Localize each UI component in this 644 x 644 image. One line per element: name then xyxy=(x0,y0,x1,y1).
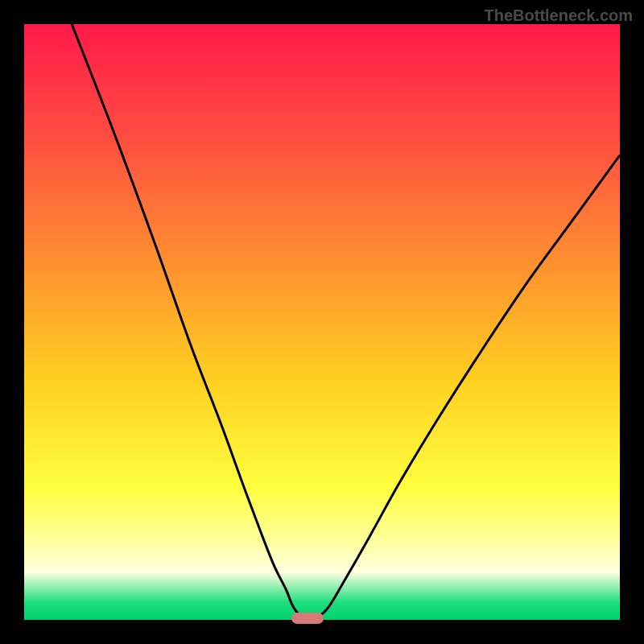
plot-area xyxy=(24,24,620,620)
watermark-label: TheBottleneck.com xyxy=(485,6,633,25)
minimum-marker xyxy=(291,613,324,624)
chart-container: TheBottleneck.com xyxy=(0,0,644,644)
curves-svg xyxy=(24,24,620,620)
right-curve xyxy=(316,155,620,618)
left-curve xyxy=(72,24,301,618)
